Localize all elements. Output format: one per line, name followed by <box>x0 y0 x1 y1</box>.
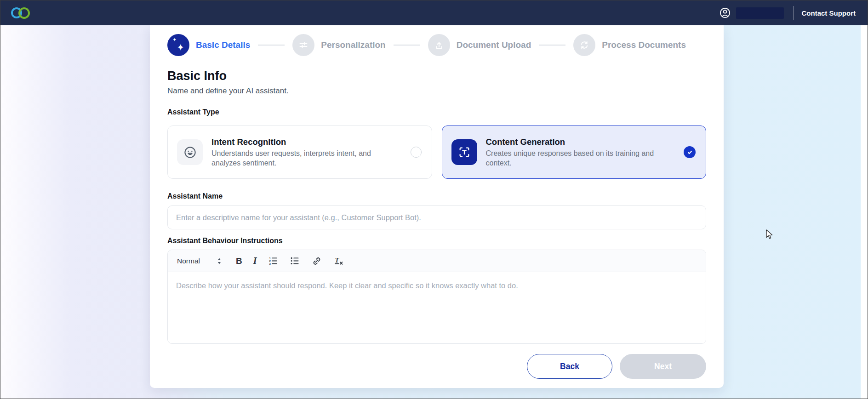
bullet-list-icon <box>290 256 300 266</box>
sync-icon <box>573 34 595 56</box>
check-circle-icon[interactable] <box>684 146 696 158</box>
back-button[interactable]: Back <box>527 354 612 379</box>
step-process-documents[interactable]: Process Documents <box>573 34 686 56</box>
step-label-personalization: Personalization <box>321 40 385 50</box>
scrollbar-track[interactable] <box>861 25 868 399</box>
assistant-type-options: Intent Recognition Understands user requ… <box>167 125 706 179</box>
bullet-list-button[interactable] <box>290 256 300 266</box>
page-subtitle: Name and define your AI assistant. <box>167 86 706 96</box>
step-connector <box>258 45 285 46</box>
step-basic-details[interactable]: ✦✦ Basic Details <box>167 34 250 56</box>
radio-unselected-icon[interactable] <box>411 147 422 158</box>
logo-ring-green <box>18 7 30 19</box>
ordered-list-button[interactable]: 123 <box>268 256 278 266</box>
wizard-actions: Back Next <box>167 354 706 379</box>
app-window: Contact Support ✦✦ Basic Details <box>0 0 868 399</box>
option-content-generation[interactable]: Content Generation Creates unique respon… <box>442 125 707 179</box>
step-label-basic-details: Basic Details <box>196 40 250 50</box>
rich-text-editor: Normal B I 123 <box>167 250 706 344</box>
option-text: Content Generation Creates unique respon… <box>486 137 663 168</box>
svg-text:T: T <box>335 256 340 263</box>
link-icon <box>312 256 322 266</box>
step-label-document-upload: Document Upload <box>457 40 531 50</box>
instructions-editor-area[interactable]: Describe how your assistant should respo… <box>168 272 706 343</box>
option-intent-recognition[interactable]: Intent Recognition Understands user requ… <box>167 125 432 179</box>
assistant-name-label: Assistant Name <box>167 192 706 200</box>
assistant-type-label: Assistant Type <box>167 108 706 116</box>
svg-text:3: 3 <box>269 262 271 265</box>
step-label-process-documents: Process Documents <box>602 40 686 50</box>
user-name-redacted[interactable] <box>736 7 784 19</box>
format-picker[interactable]: Normal <box>177 257 222 265</box>
step-circle-active: ✦✦ <box>167 34 189 56</box>
contact-support-link[interactable]: Contact Support <box>802 9 856 17</box>
italic-button[interactable]: I <box>253 256 257 266</box>
editor-toolbar: Normal B I 123 <box>168 250 706 272</box>
step-connector <box>539 45 565 46</box>
step-connector <box>394 45 420 46</box>
upload-icon <box>428 34 450 56</box>
mouse-cursor <box>765 229 775 240</box>
brand-logo-icon[interactable] <box>11 7 30 19</box>
format-picker-label: Normal <box>177 257 200 265</box>
wizard-stepper: ✦✦ Basic Details Personalization <box>167 34 706 56</box>
instructions-placeholder: Describe how your assistant should respo… <box>176 281 697 291</box>
ordered-list-icon: 123 <box>268 256 278 266</box>
header-divider <box>794 6 794 20</box>
clear-formatting-icon: T <box>334 256 344 266</box>
link-button[interactable] <box>312 256 322 266</box>
option-title: Content Generation <box>486 137 663 147</box>
user-avatar-icon[interactable] <box>719 7 731 19</box>
sliders-icon <box>292 34 314 56</box>
header-bar: Contact Support <box>0 0 868 25</box>
option-description: Creates unique responses based on its tr… <box>486 148 663 168</box>
step-personalization[interactable]: Personalization <box>292 34 385 56</box>
instructions-label: Assistant Behaviour Instructions <box>167 236 706 245</box>
next-button[interactable]: Next <box>620 354 706 379</box>
option-title: Intent Recognition <box>211 137 388 147</box>
updown-arrows-icon <box>217 257 222 265</box>
header-account-area: Contact Support <box>719 6 856 20</box>
clear-formatting-button[interactable]: T <box>334 256 344 266</box>
assistant-name-input[interactable] <box>167 205 706 229</box>
wizard-panel: ✦✦ Basic Details Personalization <box>150 25 724 388</box>
smiley-icon <box>177 139 203 165</box>
text-selection-icon <box>451 139 477 165</box>
bold-button[interactable]: B <box>236 256 242 266</box>
page-title: Basic Info <box>167 68 706 83</box>
option-text: Intent Recognition Understands user requ… <box>211 137 388 168</box>
sparkles-icon: ✦✦ <box>172 39 184 51</box>
step-document-upload[interactable]: Document Upload <box>428 34 531 56</box>
option-description: Understands user requests, interprets in… <box>211 148 388 168</box>
